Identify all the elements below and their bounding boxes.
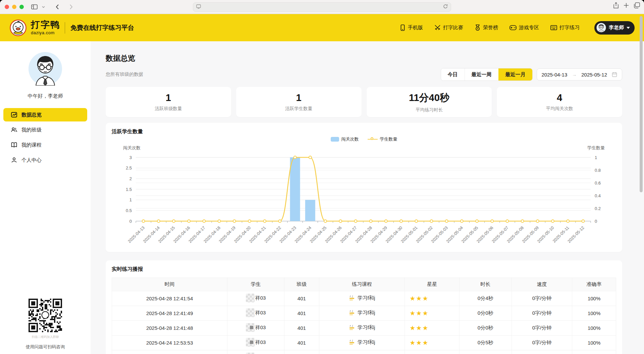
- book-icon: [11, 142, 17, 148]
- table-title: 实时练习播报: [112, 266, 616, 273]
- sidebar: 中午好，李老师 数据总览 我的班级 我的课程 个人中心: [0, 41, 91, 354]
- app-header: 打字鸭 daziya.com 免费在线打字练习平台 手机版 打字比赛 荣誉榜 游…: [0, 14, 644, 41]
- share-icon[interactable]: [613, 2, 619, 10]
- cell-speed: 0字/分钟: [512, 336, 572, 350]
- col-stars: 星星: [405, 278, 459, 291]
- cell-time: 2025-04-24 12:53:47: [112, 350, 227, 354]
- filter-week-button[interactable]: 最近一周: [465, 68, 498, 81]
- svg-text:0: 0: [129, 219, 132, 224]
- zoom-window-button[interactable]: [19, 5, 24, 9]
- header-divider: [65, 22, 65, 34]
- window-controls: [5, 5, 24, 9]
- sidebar-toggle-icon[interactable]: [29, 2, 39, 12]
- svg-text:0.6: 0.6: [595, 181, 601, 186]
- nav-item-mobile[interactable]: 手机版: [400, 24, 423, 31]
- course-icon: f j: [349, 324, 355, 331]
- nav-item-practice[interactable]: 打字练习: [550, 24, 580, 31]
- svg-text:3: 3: [129, 155, 132, 160]
- sidebar-item-courses[interactable]: 我的课程: [3, 138, 87, 152]
- cell-course: f j 学习f和j: [319, 321, 405, 336]
- person-icon: [11, 157, 17, 163]
- date-range-picker[interactable]: 2025-04-13 → 2025-05-12: [537, 68, 622, 81]
- new-tab-icon[interactable]: [624, 3, 629, 9]
- table-row: 2025-04-24 12:53:47祥03401 f j 学习f和j★★★0分…: [112, 350, 616, 354]
- svg-text:2.5: 2.5: [126, 165, 132, 170]
- user-menu[interactable]: 李老师: [594, 21, 635, 35]
- svg-text:闯关次数: 闯关次数: [123, 145, 141, 150]
- activity-chart: 00.511.522.5300.20.40.60.81闯关次数学生数量2025-…: [112, 144, 616, 250]
- sidebar-item-profile[interactable]: 个人中心: [3, 153, 87, 167]
- chart-legend: 闯关次数 学生数量: [112, 136, 616, 143]
- close-window-button[interactable]: [5, 5, 9, 9]
- cell-course: f j 学习f和j: [319, 350, 405, 354]
- medal-icon: [475, 24, 481, 31]
- reload-icon[interactable]: [443, 4, 448, 10]
- date-end[interactable]: 2025-05-12: [581, 72, 607, 78]
- overview-chart-icon: [11, 111, 17, 118]
- svg-text:0: 0: [595, 219, 597, 224]
- cell-class: 401: [284, 291, 319, 306]
- tab-overview-icon[interactable]: [634, 2, 640, 10]
- stat-cards: 1 活跃班级数量 1 活跃学生数量 11分40秒 平均练习时长 4 平均闯关次数: [106, 87, 622, 117]
- forward-button[interactable]: [66, 2, 76, 12]
- col-accuracy: 准确率: [572, 278, 616, 291]
- cell-stars: ★★★: [405, 321, 459, 336]
- course-icon: f j: [349, 295, 355, 301]
- nav-item-contest[interactable]: 打字比赛: [434, 24, 463, 31]
- sidebar-item-overview[interactable]: 数据总览: [3, 108, 87, 121]
- svg-text:学生数量: 学生数量: [587, 145, 605, 150]
- user-avatar: [596, 23, 606, 33]
- cell-duration: 0分0秒: [459, 306, 512, 321]
- nav-item-honor[interactable]: 荣誉榜: [475, 24, 498, 31]
- censored-name-block: [246, 338, 255, 347]
- chart-title: 活跃学生数量: [112, 128, 616, 135]
- stat-avg-duration: 11分40秒 平均练习时长: [367, 87, 492, 117]
- svg-text:1: 1: [595, 155, 597, 160]
- chevron-down-icon[interactable]: [41, 2, 46, 12]
- svg-text:j: j: [352, 339, 353, 342]
- svg-text:1: 1: [129, 197, 132, 202]
- cell-student: 祥03: [227, 321, 284, 336]
- duck-logo-icon: [9, 19, 27, 37]
- cell-duration: 0分0秒: [459, 321, 512, 336]
- filter-month-button[interactable]: 最近一月: [498, 68, 532, 81]
- cell-student: 祥03: [227, 336, 284, 350]
- page-subtitle: 您所有班级的数据: [106, 71, 143, 78]
- legend-bar-swatch: [331, 137, 339, 142]
- cell-class: 401: [284, 306, 319, 321]
- svg-text:0.8: 0.8: [595, 168, 601, 173]
- cell-student: 祥03: [227, 291, 284, 306]
- address-bar[interactable]: [193, 2, 451, 12]
- cell-time: 2025-04-28 12:41:49: [112, 306, 227, 321]
- user-name: 李老师: [609, 24, 624, 31]
- logo-title: 打字鸭: [31, 20, 60, 30]
- keyboard-icon: [550, 25, 557, 30]
- main-content: 数据总览 您所有班级的数据 今日 最近一周 最近一月 2025-04-13 → …: [91, 41, 644, 354]
- table-body: 2025-04-28 12:41:54祥03401 f j 学习f和j★★★0分…: [112, 291, 616, 354]
- svg-text:1.5: 1.5: [126, 187, 132, 192]
- logo[interactable]: 打字鸭 daziya.com: [9, 19, 60, 37]
- minimize-window-button[interactable]: [12, 5, 16, 9]
- date-start[interactable]: 2025-04-13: [542, 72, 568, 78]
- stat-active-students: 1 活跃学生数量: [236, 87, 362, 117]
- nav-item-games[interactable]: 游戏专区: [509, 24, 539, 31]
- col-class: 班级: [284, 278, 319, 291]
- legend-students[interactable]: 学生数量: [368, 136, 397, 142]
- back-button[interactable]: [52, 2, 62, 12]
- browser-toolbar: [0, 0, 644, 14]
- page-scrollbar[interactable]: [640, 16, 643, 192]
- legend-line-swatch: [368, 139, 378, 140]
- range-segmented-control: 今日 最近一周 最近一月: [441, 68, 533, 81]
- qr-code: [29, 299, 62, 334]
- date-arrow: →: [572, 72, 577, 77]
- qr-note: 扫描二维码加入群聊: [32, 335, 59, 339]
- cell-accuracy: 100%: [572, 321, 616, 336]
- table-row: 2025-04-28 12:41:48祥03401 f j 学习f和j★★★0分…: [112, 321, 616, 336]
- sidebar-item-classes[interactable]: 我的班级: [3, 123, 87, 137]
- gamepad-icon: [509, 25, 517, 30]
- cell-duration: 0分4秒: [459, 291, 512, 306]
- filter-today-button[interactable]: 今日: [441, 68, 465, 81]
- realtime-table-card: 实时练习播报 时间 学生 班级 练习课程 星星 时长: [106, 260, 622, 354]
- censored-name-block: [246, 294, 255, 302]
- legend-attempts[interactable]: 闯关次数: [331, 136, 359, 142]
